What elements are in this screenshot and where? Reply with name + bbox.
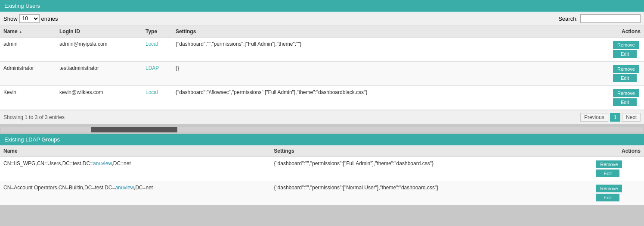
users-table-controls: Show 10 25 50 100 entries Search: xyxy=(0,12,644,26)
col-type: Type xyxy=(142,26,172,38)
col-login-id: Login ID xyxy=(56,26,142,38)
user-settings: {"dashboard":"","permissions":["Full Adm… xyxy=(172,38,610,62)
entries-select[interactable]: 10 25 50 100 xyxy=(19,14,40,23)
table-row: CN=Account Operators,CN=Builtin,DC=test,… xyxy=(0,181,644,205)
user-type: Local xyxy=(142,86,172,110)
user-name: Kevin xyxy=(0,86,56,110)
table-row: CN=IIS_WPG,CN=Users,DC=test,DC=anuview,D… xyxy=(0,157,644,181)
page-1-button[interactable]: 1 xyxy=(610,113,621,122)
prev-button[interactable]: Previous xyxy=(580,113,608,122)
ldap-table-body: CN=IIS_WPG,CN=Users,DC=test,DC=anuview,D… xyxy=(0,157,644,205)
ldap-edit-button[interactable]: Edit xyxy=(596,170,619,177)
search-control: Search: xyxy=(558,14,641,23)
user-settings: {"dashboard":"\\flowsec","permissions":[… xyxy=(172,86,610,110)
page-controls: Previous 1 Next xyxy=(580,113,641,122)
scrollbar-area xyxy=(0,126,644,134)
table-row: Administratortest\administratorLDAP{}Rem… xyxy=(0,62,644,86)
show-entries-control: Show 10 25 50 100 entries xyxy=(3,14,58,23)
edit-button[interactable]: Edit xyxy=(613,98,637,106)
users-pagination: Showing 1 to 3 of 3 entries Previous 1 N… xyxy=(0,110,644,124)
search-label: Search: xyxy=(558,16,578,22)
scrollbar-thumb[interactable] xyxy=(91,127,177,132)
users-section-title: Existing Users xyxy=(4,3,40,9)
table-row: adminadmin@myipsla.comLocal{"dashboard":… xyxy=(0,38,644,62)
user-name: admin xyxy=(0,38,56,62)
ldap-group-name: CN=Account Operators,CN=Builtin,DC=test,… xyxy=(0,181,270,205)
col-actions: Actions xyxy=(610,26,644,38)
ldap-section-header: Existing LDAP Groups xyxy=(0,134,644,145)
user-type: Local xyxy=(142,38,172,62)
ldap-col-actions: Actions xyxy=(592,145,644,157)
users-table-header-row: Name Login ID Type Settings Actions xyxy=(0,26,644,38)
user-login-id: admin@myipsla.com xyxy=(56,38,142,62)
users-section: Existing Users Show 10 25 50 100 entries… xyxy=(0,0,644,124)
users-section-header: Existing Users xyxy=(0,0,644,12)
ldap-remove-button[interactable]: Remove xyxy=(596,160,622,168)
user-actions: RemoveEdit xyxy=(610,38,644,62)
users-table-body: adminadmin@myipsla.comLocal{"dashboard":… xyxy=(0,38,644,110)
remove-button[interactable]: Remove xyxy=(613,89,639,97)
remove-button[interactable]: Remove xyxy=(613,65,639,73)
edit-button[interactable]: Edit xyxy=(613,74,637,82)
scrollbar-track[interactable] xyxy=(1,127,643,132)
user-login-id: test\administrator xyxy=(56,62,142,86)
ldap-table-header-row: Name Settings Actions xyxy=(0,145,644,157)
users-table: Name Login ID Type Settings Actions admi… xyxy=(0,26,644,110)
user-name: Administrator xyxy=(0,62,56,86)
show-label: Show xyxy=(3,16,18,22)
ldap-name-link[interactable]: anuview xyxy=(93,160,111,166)
ldap-section: Existing LDAP Groups Name Settings Actio… xyxy=(0,134,644,205)
user-login-id: kevin@wilkies.com xyxy=(56,86,142,110)
ldap-settings: {"dashboard":"","permissions":["Normal U… xyxy=(270,181,592,205)
ldap-actions: RemoveEdit xyxy=(592,181,644,205)
ldap-section-title: Existing LDAP Groups xyxy=(4,136,60,143)
ldap-edit-button[interactable]: Edit xyxy=(596,194,619,201)
edit-button[interactable]: Edit xyxy=(613,50,637,58)
ldap-name-link[interactable]: anuview xyxy=(115,185,133,191)
col-settings: Settings xyxy=(172,26,610,38)
user-settings: {} xyxy=(172,62,610,86)
ldap-col-settings: Settings xyxy=(270,145,592,157)
table-row: Kevinkevin@wilkies.comLocal{"dashboard":… xyxy=(0,86,644,110)
col-name[interactable]: Name xyxy=(0,26,56,38)
ldap-col-name: Name xyxy=(0,145,270,157)
search-input[interactable] xyxy=(580,14,641,23)
ldap-settings: {"dashboard":"","permissions":["Full Adm… xyxy=(270,157,592,181)
ldap-remove-button[interactable]: Remove xyxy=(596,185,622,192)
entries-label: entries xyxy=(41,16,58,22)
user-type: LDAP xyxy=(142,62,172,86)
users-showing-text: Showing 1 to 3 of 3 entries xyxy=(3,114,65,120)
ldap-table: Name Settings Actions CN=IIS_WPG,CN=User… xyxy=(0,145,644,205)
ldap-group-name: CN=IIS_WPG,CN=Users,DC=test,DC=anuview,D… xyxy=(0,157,270,181)
user-actions: RemoveEdit xyxy=(610,86,644,110)
next-button[interactable]: Next xyxy=(622,113,641,122)
user-actions: RemoveEdit xyxy=(610,62,644,86)
ldap-actions: RemoveEdit xyxy=(592,157,644,181)
remove-button[interactable]: Remove xyxy=(613,41,639,49)
